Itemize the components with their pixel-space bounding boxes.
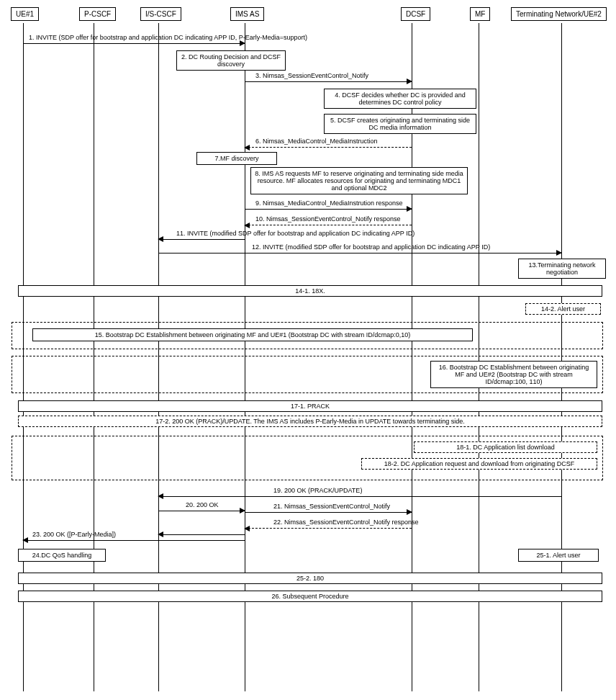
msg-23-label: 23. 200 OK ([P-Early-Media]) [32,531,116,538]
msg-10-label: 10. Nimsas_SessionEventControl_Notify re… [255,215,401,223]
note-18-2: 18-2. DC Application request and downloa… [361,458,597,470]
note-7: 7.MF discovery [196,152,277,165]
note-4: 4. DCSF decides whether DC is provided a… [324,89,476,109]
msg-11-arrow [158,239,245,240]
participant-dcsf: DCSF [401,7,430,21]
msg-21-arrow [245,512,412,513]
note-16: 16. Bootstrap DC Establishment between o… [430,361,597,388]
msg-9-label: 9. Nimsas_MediaControl_MediaInstrution r… [255,199,403,207]
participant-term: Terminating Network/UE#2 [511,7,607,21]
msg-3-arrow [245,81,412,82]
msg-6-arrow [245,147,412,148]
msg-20-arrow [158,511,245,511]
span-26: 26. Subsequent Procedure [18,591,602,602]
msg-6-label: 6. Nimsas_MediaControl_MediaInstruction [255,138,378,145]
participant-pcscf: P-CSCF [79,7,116,21]
participant-iscscf: I/S-CSCF [140,7,181,21]
note-2: 2. DC Routing Decision and DCSF discover… [176,50,286,71]
note-24: 24.DC QoS handling [18,549,106,562]
note-5: 5. DCSF creates originating and terminat… [324,114,476,134]
span-17-2: 17-2. 200 OK (PRACK)/UPDATE. The IMS AS … [18,416,602,427]
sequence-diagram: UE#1 P-CSCF I/S-CSCF IMS AS DCSF MF Term… [7,7,609,693]
msg-3-label: 3. Nimsas_SessionEventControl_Notify [255,72,368,79]
msg-22-label: 22. Nimsas_SessionEventControl_Notify re… [273,519,419,526]
msg-23-arrow-2 [158,534,245,535]
participant-imsas: IMS AS [230,7,264,21]
span-25-2: 25-2. 180 [18,573,602,584]
note-15: 15. Bootstrap DC Establishment between o… [32,328,473,341]
msg-12-label: 12. INVITE (modified SDP offer for boots… [252,243,490,251]
msg-23-arrow [23,540,245,541]
msg-1-label: 1. INVITE (SDP offer for bootstrap and a… [29,34,307,41]
msg-9-arrow [245,209,412,210]
span-17-1: 17-1. PRACK [18,400,602,412]
note-13: 13.Terminating network negotiation [518,259,606,279]
msg-11-label: 11. INVITE (modified SDP offer for boots… [176,230,415,237]
msg-21-label: 21. Nimsas_SessionEventControl_Notify [273,503,390,510]
msg-19-arrow [158,496,561,497]
msg-12-arrow [158,253,561,253]
msg-1-arrow [23,43,245,44]
note-14-2: 14-2. Alert user [525,303,601,315]
participant-mf: MF [470,7,490,21]
note-18-1: 18-1. DC Application list download [414,441,597,453]
note-8: 8. IMS AS requests MF to reserve origina… [250,167,468,194]
note-25-1: 25-1. Alert user [518,549,599,562]
msg-20-label: 20. 200 OK [186,501,219,508]
msg-22-arrow [245,528,412,529]
msg-19-label: 19. 200 OK (PRACK/UPDATE) [273,487,362,494]
participant-ue1: UE#1 [11,7,39,21]
span-14-1: 14-1. 18X. [18,285,602,297]
msg-10-arrow [245,225,412,225]
